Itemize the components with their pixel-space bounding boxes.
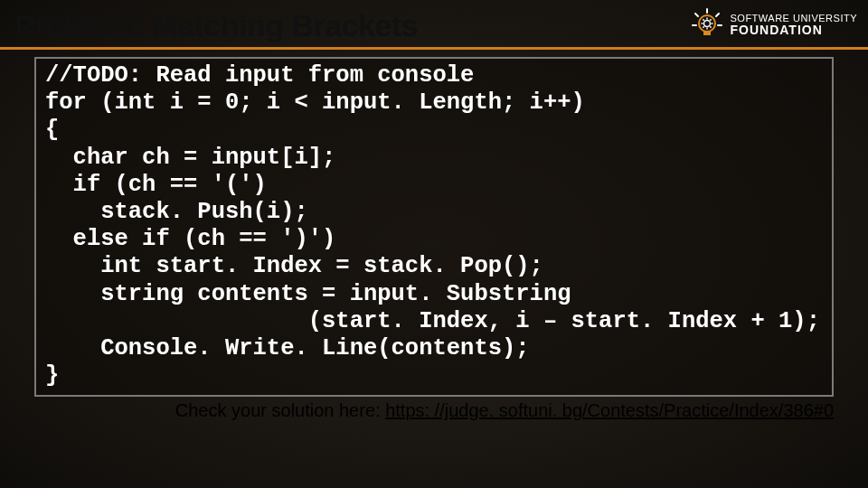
slide-header: Problem: Matching Brackets SOFTWARE UNIV… [0,0,868,43]
code-line: Console. Write. Line(contents); [45,335,530,361]
brand-logo: SOFTWARE UNIVERSITY FOUNDATION [689,7,858,43]
code-line: //TODO: Read input from console [45,62,474,89]
footer-prefix: Check your solution here: [175,400,385,420]
brand-text: SOFTWARE UNIVERSITY FOUNDATION [731,14,858,37]
code-line: (start. Index, i – start. Index + 1); [45,308,820,334]
lightbulb-gear-icon [689,7,725,43]
code-line: for (int i = 0; i < input. Length; i++) [45,89,585,116]
code-line: char ch = input[i]; [45,145,335,171]
svg-point-1 [703,21,710,27]
code-line: string contents = input. Substring [45,281,571,307]
page-title: Problem: Matching Brackets [14,8,418,43]
code-snippet: //TODO: Read input from console for (int… [34,57,834,397]
code-line: if (ch == '(') [45,172,267,198]
solution-link[interactable]: https: //judge. softuni. bg/Contests/Pra… [385,400,834,420]
code-line: else if (ch == ')') [45,226,335,252]
code-line: } [45,362,59,389]
brand-line2: FOUNDATION [731,23,858,37]
title-underline [0,47,868,50]
code-line: { [45,117,59,143]
code-line: stack. Push(i); [45,199,308,225]
footer-note: Check your solution here: https: //judge… [0,400,834,421]
code-line: int start. Index = stack. Pop(); [45,253,543,279]
